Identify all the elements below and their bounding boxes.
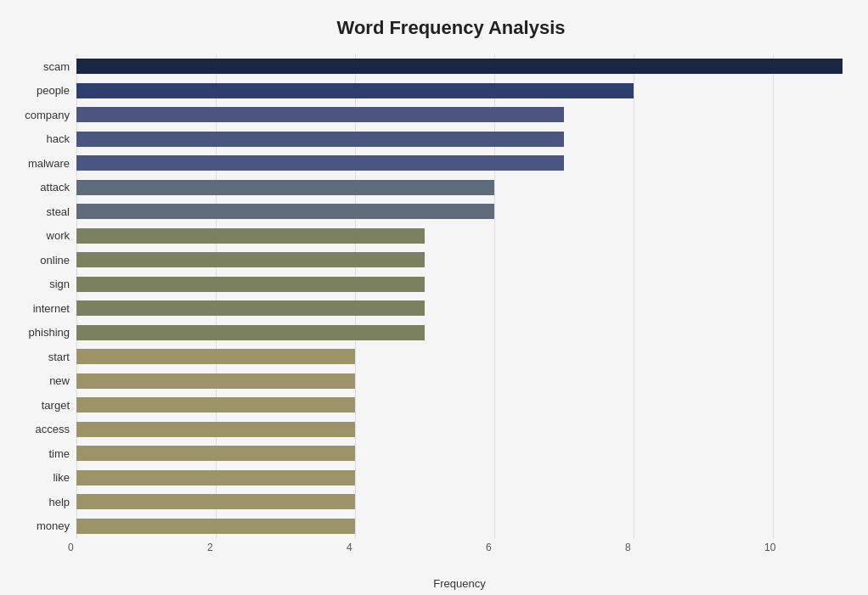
bar-online — [76, 252, 425, 267]
x-tick-2: 2 — [207, 542, 213, 553]
y-label-like: like — [8, 472, 70, 483]
bar-row-malware — [76, 154, 843, 172]
chart-title: Word Frequency Analysis — [8, 17, 843, 39]
bar-row-time — [76, 444, 843, 463]
y-label-new: new — [8, 375, 70, 386]
bar-row-company — [76, 105, 843, 124]
bar-row-like — [76, 469, 843, 487]
bar-people — [76, 83, 634, 98]
y-label-access: access — [8, 424, 70, 435]
chart-container: Word Frequency Analysis scampeoplecompan… — [0, 0, 868, 595]
bar-row-work — [76, 227, 843, 245]
chart-area: scampeoplecompanyhackmalwareattackstealw… — [8, 54, 843, 538]
bar-row-hack — [76, 130, 843, 149]
bar-row-scam — [76, 57, 843, 76]
bar-start — [76, 349, 355, 364]
y-label-steal: steal — [8, 206, 70, 217]
bar-row-attack — [76, 178, 843, 197]
y-label-start: start — [8, 351, 70, 362]
bar-row-help — [76, 492, 843, 511]
bar-row-phishing — [76, 323, 843, 342]
bar-access — [76, 422, 355, 437]
x-tick-4: 4 — [347, 542, 352, 553]
y-label-online: online — [8, 255, 70, 266]
y-label-sign: sign — [8, 278, 70, 289]
bar-company — [76, 107, 564, 122]
x-tick-10: 10 — [764, 542, 775, 553]
x-tick-0: 0 — [68, 542, 74, 553]
bar-internet — [76, 300, 425, 316]
y-label-attack: attack — [8, 182, 70, 193]
bar-money — [76, 519, 355, 534]
bar-row-sign — [76, 275, 843, 294]
y-label-scam: scam — [8, 61, 70, 72]
bar-steal — [76, 204, 494, 219]
y-label-help: help — [8, 497, 70, 508]
y-labels: scampeoplecompanyhackmalwareattackstealw… — [8, 54, 76, 538]
bar-hack — [76, 132, 564, 147]
bar-help — [76, 494, 355, 509]
bar-time — [76, 446, 355, 461]
bar-like — [76, 470, 355, 486]
bars-section — [76, 54, 843, 538]
bar-row-internet — [76, 299, 843, 317]
y-label-time: time — [8, 448, 70, 459]
bar-work — [76, 228, 425, 244]
bar-row-target — [76, 396, 843, 414]
bar-target — [76, 397, 355, 413]
bar-malware — [76, 155, 564, 171]
bar-row-start — [76, 347, 843, 366]
x-axis: 0246810 — [76, 542, 843, 559]
bar-row-online — [76, 250, 843, 269]
y-label-company: company — [8, 109, 70, 121]
y-label-malware: malware — [8, 158, 70, 169]
y-label-phishing: phishing — [8, 327, 70, 338]
bar-phishing — [76, 325, 425, 340]
bar-new — [76, 373, 355, 389]
x-axis-label: Frequency — [76, 577, 843, 590]
bar-scam — [76, 59, 843, 74]
y-label-hack: hack — [8, 133, 70, 144]
bar-row-access — [76, 420, 843, 439]
bar-row-money — [76, 517, 843, 536]
bar-sign — [76, 277, 425, 292]
bar-attack — [76, 180, 494, 195]
x-tick-6: 6 — [486, 542, 492, 553]
y-label-internet: internet — [8, 303, 70, 314]
x-tick-8: 8 — [625, 542, 631, 553]
y-label-target: target — [8, 400, 70, 411]
bar-row-new — [76, 372, 843, 390]
y-label-work: work — [8, 230, 70, 241]
bar-row-people — [76, 81, 843, 100]
y-label-money: money — [8, 520, 70, 531]
bar-row-steal — [76, 202, 843, 221]
y-label-people: people — [8, 85, 70, 96]
